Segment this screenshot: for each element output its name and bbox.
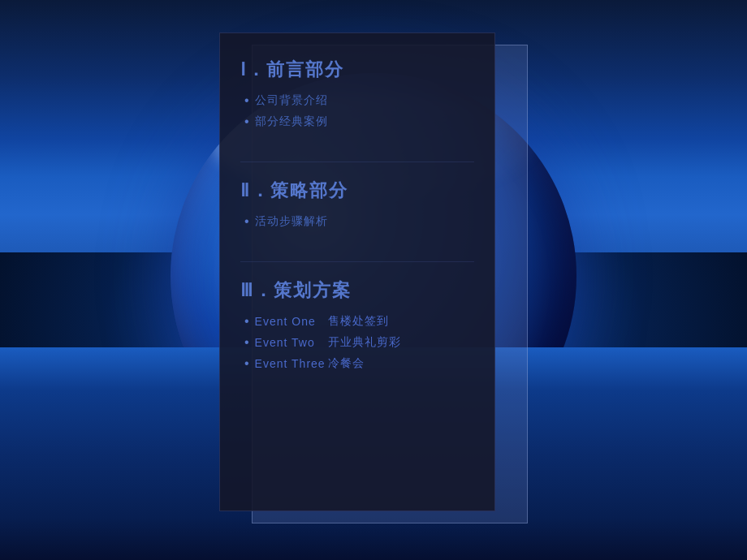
event-two-row: Event Two 开业典礼剪彩 (240, 335, 474, 350)
bullet-activity-steps: 活动步骤解析 (240, 214, 474, 229)
main-panel: Ⅰ．前言部分 公司背景介绍 部分经典案例 Ⅱ．策略部分 活动步骤解析 Ⅲ．策划方… (219, 32, 495, 511)
event-two-desc: 开业典礼剪彩 (328, 335, 401, 350)
event-three-desc: 冷餐会 (328, 356, 365, 371)
divider-1 (240, 162, 474, 162)
event-three-name: Event Three (255, 357, 328, 370)
section-preface: Ⅰ．前言部分 公司背景介绍 部分经典案例 (240, 58, 474, 136)
event-one-name: Event One (255, 315, 328, 328)
section-strategy: Ⅱ．策略部分 活动步骤解析 (240, 179, 474, 235)
event-two-name: Event Two (255, 336, 328, 349)
section1-title: Ⅰ．前言部分 (240, 58, 474, 82)
event-one-row: Event One 售楼处签到 (240, 314, 474, 329)
content-panel-wrapper: Ⅰ．前言部分 公司背景介绍 部分经典案例 Ⅱ．策略部分 活动步骤解析 Ⅲ．策划方… (219, 32, 544, 536)
section3-title: Ⅲ．策划方案 (240, 278, 474, 303)
divider-2 (240, 261, 474, 262)
section-planning: Ⅲ．策划方案 Event One 售楼处签到 Event Two 开业典礼剪彩 … (240, 278, 474, 377)
section2-title: Ⅱ．策略部分 (240, 179, 474, 203)
bullet-classic-cases: 部分经典案例 (240, 114, 474, 129)
event-one-desc: 售楼处签到 (328, 314, 389, 329)
bullet-company-intro: 公司背景介绍 (240, 93, 474, 108)
event-three-row: Event Three 冷餐会 (240, 356, 474, 371)
